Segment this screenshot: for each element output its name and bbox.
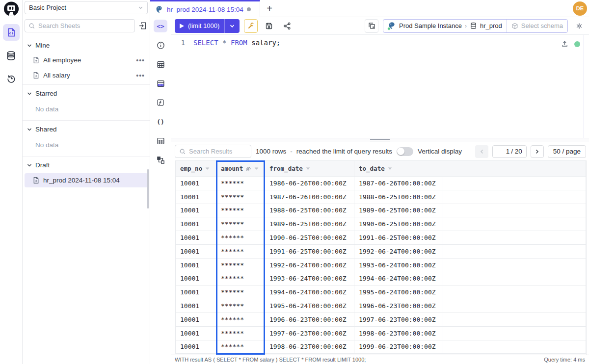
table-cell[interactable]: 10001 <box>176 312 216 326</box>
table-cell[interactable]: 1989-06-25T00:00:00Z <box>354 204 443 217</box>
table-cell[interactable]: 1992-06-24T00:00:00Z <box>265 258 354 272</box>
table-cell[interactable]: 1996-06-23T00:00:00Z <box>354 299 443 313</box>
nav-database-button[interactable] <box>3 47 20 64</box>
column-header-emp-no[interactable]: emp_no <box>176 161 216 177</box>
schema-diagram-button[interactable] <box>154 154 167 166</box>
table-cell[interactable]: 1997-06-23T00:00:00Z <box>354 312 443 326</box>
next-page-button[interactable] <box>531 145 544 158</box>
table-cell[interactable]: ****** <box>216 299 265 313</box>
page-size-select[interactable]: 50 / page <box>548 145 586 158</box>
sheet-search-input[interactable] <box>38 22 131 29</box>
vertical-display-toggle[interactable] <box>397 147 413 156</box>
table-cell[interactable]: 10001 <box>176 244 216 258</box>
table-cell[interactable]: 10001 <box>176 204 216 217</box>
table-cell[interactable] <box>443 286 586 299</box>
user-avatar[interactable]: DE <box>573 1 587 16</box>
ai-assistant-button[interactable] <box>572 19 586 33</box>
table-cell[interactable] <box>443 217 586 231</box>
table-cell[interactable] <box>443 204 586 217</box>
table-cell[interactable]: ****** <box>216 177 265 190</box>
table-panel-button[interactable] <box>154 58 167 71</box>
import-sheet-icon[interactable] <box>138 22 147 30</box>
table-cell[interactable]: ****** <box>216 204 265 217</box>
sheet-item-menu-button[interactable]: ••• <box>136 58 145 62</box>
results-search-field[interactable] <box>175 145 251 158</box>
masked-table-panel-button[interactable] <box>154 77 167 90</box>
table-cell[interactable]: 1999-06-23T00:00:00Z <box>354 340 443 354</box>
table-cell[interactable]: 1990-06-25T00:00:00Z <box>354 217 443 231</box>
column-header-amount[interactable]: amount <box>216 161 265 177</box>
table-cell[interactable]: 1987-06-26T00:00:00Z <box>354 177 443 190</box>
section-shared[interactable]: Shared <box>23 122 150 136</box>
sheet-item-all-salary[interactable]: All salary ••• <box>23 68 150 83</box>
table-cell[interactable]: 1997-06-23T00:00:00Z <box>265 326 354 340</box>
table-cell[interactable]: ****** <box>216 190 265 204</box>
save-sheet-button[interactable] <box>262 19 276 33</box>
table-cell[interactable]: 1998-06-23T00:00:00Z <box>354 326 443 340</box>
table-cell[interactable]: 1996-06-23T00:00:00Z <box>265 312 354 326</box>
table-cell[interactable]: ****** <box>216 258 265 272</box>
results-search-input[interactable] <box>189 148 247 155</box>
table-cell[interactable] <box>443 244 586 258</box>
upload-sql-button[interactable] <box>561 40 568 48</box>
table-cell[interactable]: ****** <box>216 312 265 326</box>
table-cell[interactable]: 1988-06-25T00:00:00Z <box>265 204 354 217</box>
table-cell[interactable]: 1989-06-25T00:00:00Z <box>265 217 354 231</box>
bytebase-logo-icon[interactable] <box>2 1 20 17</box>
table-cell[interactable] <box>443 340 586 354</box>
table-cell[interactable] <box>443 190 586 204</box>
table-cell[interactable]: 1991-06-25T00:00:00Z <box>265 244 354 258</box>
page-number-input[interactable] <box>497 148 509 155</box>
column-header-to-date[interactable]: to_date <box>354 161 443 177</box>
table-cell[interactable]: 1994-06-24T00:00:00Z <box>265 286 354 299</box>
table-cell[interactable]: 10001 <box>176 286 216 299</box>
table-cell[interactable]: 10001 <box>176 272 216 286</box>
table-cell[interactable]: 1987-06-26T00:00:00Z <box>265 190 354 204</box>
result-table-panel-button[interactable] <box>154 134 167 147</box>
format-sql-button[interactable] <box>244 19 258 33</box>
table-cell[interactable] <box>443 258 586 272</box>
run-options-caret[interactable] <box>225 23 240 29</box>
table-cell[interactable]: 1995-06-24T00:00:00Z <box>265 299 354 313</box>
table-cell[interactable]: 10001 <box>176 231 216 245</box>
draft-sheet-item-selected[interactable]: hr_prod 2024-11-08 15:04 <box>25 173 148 187</box>
batch-query-button[interactable] <box>365 19 378 33</box>
table-cell[interactable] <box>443 177 586 190</box>
table-cell[interactable]: 10001 <box>176 340 216 354</box>
section-draft[interactable]: Draft <box>23 158 150 172</box>
prev-page-button[interactable] <box>475 145 488 158</box>
section-starred[interactable]: Starred <box>23 86 150 101</box>
info-panel-button[interactable] <box>154 39 167 52</box>
table-cell[interactable]: 1986-06-26T00:00:00Z <box>265 177 354 190</box>
section-mine[interactable]: Mine <box>23 38 150 52</box>
instance-database-selector[interactable]: Prod Sample Instance › hr_prod <box>383 20 507 32</box>
sheet-item-all-employee[interactable]: All employee ••• <box>23 52 150 68</box>
table-cell[interactable]: 10001 <box>176 326 216 340</box>
table-cell[interactable]: 1998-06-23T00:00:00Z <box>265 340 354 354</box>
run-query-button[interactable]: (limit 1000) <box>175 19 240 33</box>
column-header-from-date[interactable]: from_date <box>265 161 354 177</box>
table-cell[interactable]: 1988-06-25T00:00:00Z <box>354 190 443 204</box>
sidebar-scrollbar[interactable] <box>147 169 149 208</box>
parameters-panel-button[interactable]: () <box>154 115 167 128</box>
table-cell[interactable]: 10001 <box>176 190 216 204</box>
table-cell[interactable] <box>443 272 586 286</box>
table-cell[interactable]: 10001 <box>176 217 216 231</box>
table-cell[interactable]: 10001 <box>176 258 216 272</box>
table-cell[interactable]: ****** <box>216 340 265 354</box>
table-cell[interactable]: 10001 <box>176 177 216 190</box>
sql-code-editor[interactable]: 1 SELECT*FROMsalary; <box>171 35 589 138</box>
project-selector[interactable]: Basic Project <box>25 1 148 14</box>
table-cell[interactable] <box>443 326 586 340</box>
table-cell[interactable]: 1994-06-24T00:00:00Z <box>354 272 443 286</box>
table-cell[interactable]: ****** <box>216 217 265 231</box>
share-sheet-button[interactable] <box>280 19 294 33</box>
table-cell[interactable]: ****** <box>216 231 265 245</box>
sheet-search-field[interactable] <box>25 19 135 32</box>
sheet-item-menu-button[interactable]: ••• <box>136 74 145 78</box>
editor-scrollbar[interactable] <box>584 35 584 138</box>
table-cell[interactable]: 1995-06-24T00:00:00Z <box>354 286 443 299</box>
sql-editor-view-button[interactable]: <> <box>154 20 167 32</box>
table-cell[interactable] <box>443 299 586 313</box>
table-cell[interactable]: ****** <box>216 244 265 258</box>
